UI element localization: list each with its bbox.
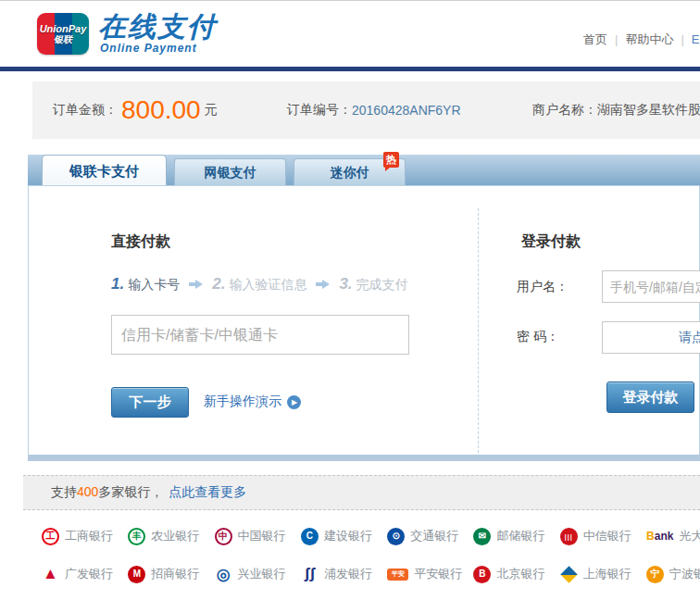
step-3-num: 3. — [339, 275, 352, 293]
bank-item[interactable]: 平安平安银行 — [387, 556, 473, 592]
bank-item[interactable]: 工工商银行 — [42, 519, 128, 554]
nav-english-link[interactable]: E — [692, 32, 700, 46]
bank-icon: C — [301, 528, 319, 545]
password-label: 密 码： — [517, 329, 559, 345]
bank-name: 中国银行 — [238, 528, 286, 544]
bank-item[interactable]: ✉邮储银行 — [473, 519, 559, 554]
support-prefix: 支持 — [51, 484, 77, 499]
bank-icon: 平安 — [387, 569, 408, 581]
header: UnionPay 银联 在线支付 Online Payment 首页|帮助中心|… — [0, 1, 700, 67]
bank-icon: ✉ — [473, 528, 491, 545]
bank-icon: ▲ — [42, 566, 59, 583]
bank-item[interactable]: 丰农业银行 — [128, 519, 214, 554]
order-number-label: 订单编号： — [287, 102, 352, 119]
password-control-hint[interactable]: 请点 — [679, 330, 700, 346]
login-payment-title: 登录付款 — [521, 232, 581, 252]
bank-item[interactable]: ◎兴业银行 — [215, 556, 301, 592]
site-subtitle: Online Payment — [100, 42, 197, 55]
bank-item[interactable]: 中中国银行 — [215, 519, 301, 554]
demo-link-label: 新手操作演示 — [204, 394, 281, 410]
step-2: 2.输入验证信息 — [212, 275, 306, 294]
merchant-label: 商户名称： — [532, 102, 597, 119]
bank-item[interactable]: B北京银行 — [473, 556, 559, 592]
step-1: 1.输入卡号 — [111, 275, 180, 294]
step-arrow-icon — [316, 280, 330, 289]
order-info-bar: 订单金额： 800.00 元 订单编号： 20160428ANF6YR 商户名称… — [32, 81, 700, 139]
card-number-input[interactable] — [111, 315, 409, 355]
merchant-group: 商户名称： 湖南智多星软件股 — [532, 81, 700, 139]
bank-icon: ⊙ — [387, 528, 405, 545]
step-1-num: 1. — [111, 275, 124, 293]
login-pay-button[interactable]: 登录付款 — [606, 381, 694, 413]
play-icon: ▶ — [287, 395, 301, 409]
bank-item[interactable]: C建设银行 — [301, 519, 387, 554]
bank-row-2: ▲广发银行M招商银行◎兴业银行ʃʃ浦发银行平安平安银行B北京银行上海银行宁宁波银… — [42, 556, 700, 592]
merchant-name: 湖南智多星软件股 — [597, 102, 700, 119]
top-nav: 首页|帮助中心|E — [583, 31, 700, 48]
step-2-num: 2. — [212, 275, 225, 293]
bank-icon: B — [473, 566, 491, 583]
bank-icon: 工 — [42, 528, 59, 545]
bank-name: 中信银行 — [583, 528, 631, 544]
bank-name: 邮储银行 — [496, 528, 544, 544]
tab-unionpay-card[interactable]: 银联卡支付 — [42, 155, 167, 185]
step-3-label: 完成支付 — [356, 277, 408, 292]
payment-panel: 直接付款 1.输入卡号 2.输入验证信息 3.完成支付 下一步 新手操作演示▶ … — [28, 185, 700, 461]
payment-steps: 1.输入卡号 2.输入验证信息 3.完成支付 — [111, 275, 408, 294]
bank-item[interactable]: 上海银行 — [560, 556, 646, 592]
supported-banks-bar: 支持400多家银行，点此查看更多 — [23, 475, 700, 510]
bank-icon: 丰 — [128, 528, 145, 545]
bank-name: 工商银行 — [65, 528, 113, 544]
next-step-button[interactable]: 下一步 — [111, 387, 189, 418]
bank-name: 兴业银行 — [238, 566, 286, 582]
hot-badge: 热 — [383, 152, 399, 168]
bank-icon: M — [128, 566, 145, 583]
bank-item[interactable]: 宁宁波银行 — [646, 556, 700, 592]
support-suffix: 多家银行， — [98, 484, 163, 499]
header-divider-bar — [0, 67, 700, 71]
payment-tabbar: 银联卡支付 网银支付 迷你付热 — [28, 155, 700, 185]
bank-item[interactable]: Bank光大银行 — [646, 519, 700, 554]
bank-name: 浦发银行 — [324, 566, 372, 582]
nav-home-link[interactable]: 首页 — [583, 32, 607, 46]
bank-item[interactable]: |||中信银行 — [560, 519, 646, 554]
demo-link[interactable]: 新手操作演示▶ — [204, 394, 301, 410]
bank-name: 广发银行 — [65, 566, 113, 582]
logo-brand-cn: 银联 — [54, 34, 72, 45]
bank-name: 北京银行 — [496, 566, 544, 582]
direct-payment-title: 直接付款 — [111, 232, 170, 252]
step-2-label: 输入验证信息 — [229, 277, 306, 292]
view-more-banks-link[interactable]: 点此查看更多 — [169, 484, 246, 499]
bank-name: 光大银行 — [679, 528, 700, 544]
bank-name: 平安银行 — [414, 566, 462, 582]
bank-icon — [560, 566, 577, 582]
bank-item[interactable]: ʃʃ浦发银行 — [301, 556, 387, 592]
tab-minipay[interactable]: 迷你付热 — [294, 158, 406, 185]
order-currency: 元 — [205, 102, 218, 119]
username-label: 用户名： — [517, 279, 569, 295]
step-1-label: 输入卡号 — [128, 277, 180, 292]
bank-icon: 中 — [215, 528, 232, 545]
nav-help-link[interactable]: 帮助中心 — [625, 32, 673, 46]
bank-item[interactable]: ⊙交通银行 — [387, 519, 473, 554]
bank-row-1: 工工商银行丰农业银行中中国银行C建设银行⊙交通银行✉邮储银行|||中信银行Ban… — [42, 519, 700, 554]
order-amount-group: 订单金额： 800.00 元 — [53, 81, 218, 139]
bank-name: 宁波银行 — [669, 566, 700, 582]
username-input[interactable] — [602, 270, 700, 303]
bank-item[interactable]: ▲广发银行 — [42, 556, 128, 592]
step-3: 3.完成支付 — [339, 275, 407, 294]
order-number-value: 20160428ANF6YR — [352, 103, 461, 118]
nav-separator: | — [673, 32, 691, 46]
bank-name: 上海银行 — [583, 566, 631, 582]
bank-item[interactable]: M招商银行 — [128, 556, 214, 592]
tab-netbank[interactable]: 网银支付 — [174, 158, 286, 185]
order-amount-label: 订单金额： — [53, 102, 118, 119]
bank-icon: Bank — [646, 530, 673, 543]
order-number-group: 订单编号： 20160428ANF6YR — [287, 81, 461, 139]
bank-name: 招商银行 — [151, 566, 199, 582]
bank-icon: ||| — [560, 528, 578, 545]
panel-divider — [478, 208, 479, 453]
bank-icon: ʃʃ — [301, 566, 319, 583]
bank-icon: 宁 — [646, 566, 664, 583]
payment-page: UnionPay 银联 在线支付 Online Payment 首页|帮助中心|… — [0, 0, 700, 600]
